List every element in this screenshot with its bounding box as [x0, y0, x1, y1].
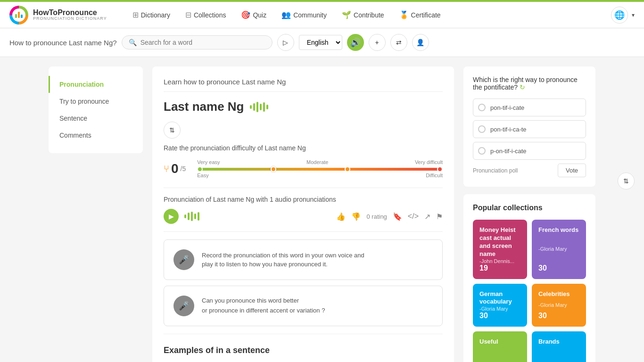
score-number: 0 [171, 161, 179, 176]
logo[interactable]: HowToPronounce PRONUNCIATION DICTIONARY [9, 6, 107, 25]
collections-card: Popular collections Money Heist cast act… [463, 194, 595, 362]
embed-button[interactable]: </> [408, 212, 419, 221]
shuffle-button[interactable]: ⇄ [390, 34, 407, 51]
share-button[interactable]: ⇅ [164, 122, 181, 139]
collection-useful[interactable]: Useful [473, 331, 527, 362]
right-panel: Which is the right way to pronounce the … [463, 66, 595, 362]
record-box: 🎤 Record the pronunciation of this word … [164, 239, 443, 280]
community-icon: 👥 [281, 10, 291, 19]
sidebar-item-comments[interactable]: Comments [49, 127, 143, 144]
content-area: Learn how to pronounce Last name Ng Last… [152, 66, 454, 362]
add-button[interactable]: + [369, 34, 386, 51]
poll-footer: Pronunciation poll Vote [473, 164, 586, 177]
record-text: Record the pronunciation of this word in… [202, 251, 364, 269]
quiz-option-1[interactable]: pon-tif-i-cate [473, 99, 586, 116]
quiz-option-2[interactable]: pon-tif-i-ca-te [473, 120, 586, 138]
sidebar: Pronunciation Try to pronounce Sentence … [49, 66, 143, 153]
collection-money-heist[interactable]: Money Heist cast actual and screen name … [473, 220, 527, 279]
mic-record-button[interactable]: 🎤 [173, 249, 194, 270]
sidebar-item-pronunciation[interactable]: Pronunciation [49, 76, 143, 93]
search-bar: How to pronounce Last name Ng? 🔍 ▷ Engli… [0, 28, 644, 57]
audio-actions: 👍 👎 0 rating 🔖 </> ↗ ⚑ [336, 212, 443, 221]
word-title: Last name Ng [164, 99, 443, 114]
certificate-icon: 🏅 [399, 10, 409, 19]
sidebar-item-try-to-pronounce[interactable]: Try to pronounce [49, 93, 143, 110]
language-select[interactable]: English [299, 35, 342, 50]
collection-celebrities[interactable]: Celebrities -Gloria Mary 30 [532, 284, 586, 327]
collections-icon: ⊟ [185, 10, 191, 19]
quiz-option-3[interactable]: p-on-tif-i-cate [473, 142, 586, 160]
radio-1 [478, 104, 486, 111]
main-layout: Pronunciation Try to pronounce Sentence … [39, 57, 605, 362]
sound-button[interactable]: 🔊 [347, 34, 364, 51]
main-nav: ⊞ Dictionary ⊟ Collections 🎯 Quiz 👥 Comm… [126, 7, 611, 23]
radio-2 [478, 125, 486, 133]
mic-pronounce-button[interactable]: 🎤 [173, 296, 194, 316]
score-denom: /5 [181, 165, 186, 173]
bookmark-button[interactable]: 🔖 [393, 212, 402, 221]
vote-button[interactable]: Vote [558, 164, 586, 177]
globe-button[interactable]: 🌐 [611, 7, 628, 24]
collections-grid: Money Heist cast actual and screen name … [473, 220, 586, 362]
header: HowToPronounce PRONUNCIATION DICTIONARY … [0, 2, 644, 28]
collection-german[interactable]: German vocabulary -Gloria Mary 30 [473, 284, 527, 327]
search-title: How to pronounce Last name Ng? [9, 39, 117, 47]
share-float-icon: ⇅ [623, 177, 629, 185]
thumbdown-button[interactable]: 👎 [351, 212, 361, 221]
fork-icon: ⑂ [164, 164, 169, 174]
nav-quiz[interactable]: 🎯 Quiz [234, 7, 273, 23]
quiz-question: Which is the right way to pronounce the … [473, 76, 586, 91]
sound-wave-icon[interactable] [250, 102, 268, 112]
sidebar-item-sentence[interactable]: Sentence [49, 110, 143, 127]
rate-title: Rate the pronunciation difficulty of Las… [164, 144, 443, 152]
quiz-icon: 🎯 [241, 10, 250, 19]
share-icon: ⇅ [169, 126, 175, 134]
brand-name: HowToPronounce [33, 8, 107, 17]
difficulty-slider[interactable]: Very easy Moderate Very difficult Easy [197, 159, 443, 178]
pronunciation-card: Learn how to pronounce Last name Ng Last… [152, 66, 454, 362]
collection-brands[interactable]: Brands [532, 331, 586, 362]
search-input-wrap: 🔍 [122, 35, 272, 49]
nav-dictionary[interactable]: ⊞ Dictionary [126, 7, 177, 23]
flag-button[interactable]: ⚑ [436, 212, 443, 221]
globe-dropdown[interactable]: ▾ [632, 12, 635, 18]
brand-subtitle: PRONUNCIATION DICTIONARY [33, 16, 107, 21]
rating-section: ⑂ 0 /5 Very easy Moderate Very difficult [164, 159, 443, 178]
share-audio-button[interactable]: ↗ [424, 212, 430, 221]
audio-wave [184, 212, 199, 221]
slider-track[interactable] [197, 168, 443, 171]
learn-title: Learn how to pronounce Last name Ng [164, 78, 443, 92]
quiz-card: Which is the right way to pronounce the … [463, 66, 595, 187]
examples-title: Examples of in a sentence [164, 342, 443, 355]
nav-contribute[interactable]: 🌱 Contribute [335, 7, 391, 23]
refresh-icon[interactable]: ↻ [520, 83, 525, 91]
search-icon: 🔍 [129, 39, 137, 46]
logo-icon [9, 6, 28, 25]
radio-3 [478, 147, 486, 155]
nav-collections[interactable]: ⊟ Collections [179, 7, 232, 23]
audio-player: ▶ 👍 👎 0 rating 🔖 </> ↗ ⚑ [164, 209, 443, 224]
collections-title: Popular collections [473, 204, 586, 212]
poll-label: Pronunciation poll [473, 167, 518, 174]
pronounce-text: Can you pronounce this word better or pr… [202, 296, 325, 316]
search-input[interactable] [140, 39, 265, 46]
contribute-icon: 🌱 [342, 10, 351, 19]
pronounce-box: 🎤 Can you pronounce this word better or … [164, 286, 443, 326]
floating-share-button[interactable]: ⇅ [618, 173, 635, 189]
thumbup-button[interactable]: 👍 [336, 212, 346, 221]
dictionary-icon: ⊞ [132, 10, 139, 19]
nav-community[interactable]: 👥 Community [275, 7, 333, 23]
play-audio-button[interactable]: ▶ [164, 209, 179, 224]
audio-rating: 0 rating [366, 213, 387, 220]
play-button[interactable]: ▷ [277, 34, 294, 51]
collection-french[interactable]: French words -Gloria Mary 30 [532, 220, 586, 279]
user-button[interactable]: 👤 [412, 34, 429, 51]
rating-score: ⑂ 0 /5 [164, 161, 186, 176]
audio-title: Pronunciation of Last name Ng with 1 aud… [164, 196, 443, 203]
nav-certificate[interactable]: 🏅 Certificate [393, 7, 447, 23]
header-right: 🌐 ▾ [611, 7, 635, 24]
